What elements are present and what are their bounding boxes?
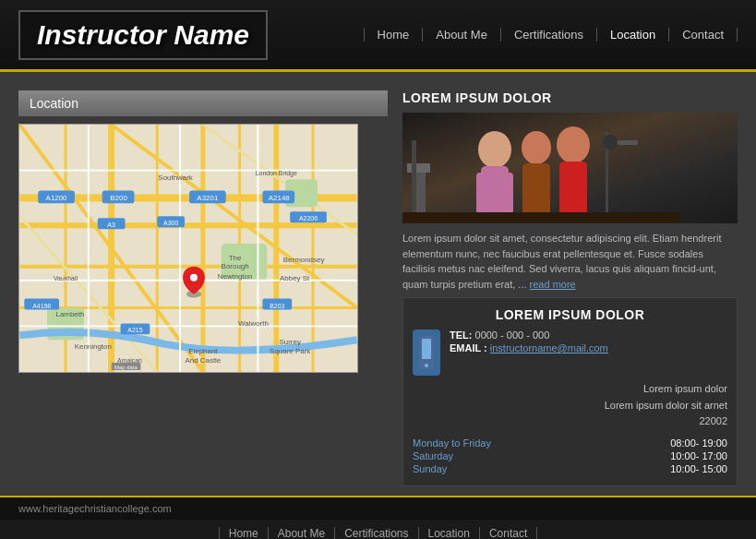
svg-text:A2206: A2206 (299, 215, 318, 222)
svg-text:Vauxhall: Vauxhall (54, 275, 78, 281)
svg-text:A300: A300 (163, 220, 178, 226)
phone-svg (417, 336, 436, 369)
website-url: www.heritagechristiancollege.com (18, 503, 172, 514)
gym-image-svg (402, 113, 738, 223)
nav-home[interactable]: Home (364, 28, 424, 42)
address-line1: Lorem ipsum dolor (413, 381, 727, 398)
tel-number: 0000 - 000 - 000 (475, 329, 550, 341)
hours-day-1: Saturday (413, 450, 453, 461)
right-panel: LOREM IPSUM DOLOR (402, 90, 738, 486)
hours-table: Monday to Friday 08:00- 19:00 Saturday 1… (413, 437, 727, 474)
svg-text:A3201: A3201 (197, 194, 219, 202)
lorem-paragraph: Lorem ipsum dolor sit amet, consectetur … (402, 231, 738, 292)
footer-nav-home[interactable]: Home (219, 527, 269, 539)
svg-text:A3: A3 (107, 222, 115, 228)
nav-location[interactable]: Location (597, 28, 669, 42)
address-line2: Lorem ipsum dolor sit arnet (413, 398, 727, 414)
map-svg: A1200 B200 A3201 A2148 A3 A300 The Borou… (19, 125, 357, 372)
svg-text:A2148: A2148 (269, 194, 291, 202)
left-panel: Location (18, 90, 388, 486)
nav-certifications[interactable]: Certifications (501, 28, 597, 42)
svg-point-38 (190, 274, 198, 281)
footer-nav: Home About Me Certifications Location Co… (0, 520, 756, 539)
nav-about[interactable]: About Me (423, 28, 501, 42)
svg-text:Abbey St: Abbey St (280, 274, 310, 282)
hours-row-2: Sunday 10:00- 15:00 (413, 463, 727, 474)
footer-nav-certifications[interactable]: Certifications (335, 527, 418, 539)
address-zip: 22002 (413, 413, 727, 430)
contact-row: TEL: 0000 - 000 - 000 EMAIL : instructor… (413, 329, 727, 376)
svg-text:London Bridge: London Bridge (256, 170, 297, 177)
tel-line: TEL: 0000 - 000 - 000 (450, 329, 727, 341)
hours-day-0: Monday to Friday (413, 437, 491, 449)
svg-point-79 (603, 135, 618, 150)
location-title: Location (30, 96, 78, 111)
nav-contact[interactable]: Contact (669, 28, 738, 42)
email-link[interactable]: instructorname@mail.com (490, 342, 608, 353)
email-line: EMAIL : instructorname@mail.com (450, 342, 727, 353)
map-container[interactable]: A1200 B200 A3201 A2148 A3 A300 The Borou… (18, 124, 358, 373)
hours-row-0: Monday to Friday 08:00- 19:00 (413, 437, 727, 449)
contact-section: LOREM IPSUM DOLOR TEL: 0000 - 000 - 000 (402, 297, 738, 486)
svg-text:Bermondsey: Bermondsey (283, 256, 325, 264)
svg-text:Surrey: Surrey (279, 338, 300, 346)
hours-row-1: Saturday 10:00- 17:00 (413, 450, 727, 461)
svg-text:The: The (229, 254, 242, 262)
top-section-title: LOREM IPSUM DOLOR (402, 90, 738, 105)
svg-text:Borough: Borough (222, 262, 249, 270)
hours-time-2: 10:00- 15:00 (670, 463, 727, 474)
svg-rect-82 (422, 339, 431, 359)
phone-icon (413, 329, 440, 376)
svg-rect-70 (476, 173, 490, 214)
main-nav: Home About Me Certifications Location Co… (364, 28, 738, 42)
svg-text:A1200: A1200 (46, 194, 68, 202)
svg-text:Amaican: Amaican (117, 357, 142, 364)
svg-text:A215: A215 (127, 327, 142, 333)
logo-box: Instructor Name (18, 10, 268, 60)
address-block: Lorem ipsum dolor Lorem ipsum dolor sit … (413, 381, 727, 430)
read-more-link[interactable]: read more (530, 279, 576, 290)
svg-point-68 (478, 131, 511, 168)
footer-nav-location[interactable]: Location (419, 527, 480, 539)
footer-nav-about[interactable]: About Me (269, 527, 335, 539)
svg-text:Lambeth: Lambeth (56, 310, 85, 318)
svg-text:Square Park: Square Park (270, 347, 310, 355)
hours-time-1: 10:00- 17:00 (670, 450, 727, 461)
svg-rect-67 (407, 163, 430, 173)
footer-nav-contact[interactable]: Contact (480, 527, 537, 539)
svg-text:Southwark: Southwark (158, 174, 193, 182)
email-label: EMAIL : (450, 342, 487, 353)
svg-text:Kennington: Kennington (75, 342, 112, 351)
header: Instructor Name Home About Me Certificat… (0, 0, 756, 72)
svg-point-83 (425, 364, 428, 367)
svg-text:Elephant: Elephant (188, 347, 218, 355)
svg-rect-78 (615, 140, 638, 145)
gym-image (402, 113, 738, 223)
svg-text:Newington: Newington (218, 272, 253, 281)
contact-info: TEL: 0000 - 000 - 000 EMAIL : instructor… (450, 329, 727, 353)
svg-rect-73 (522, 163, 550, 219)
content-area: Location (0, 72, 756, 496)
footer-website: www.heritagechristiancollege.com (0, 496, 756, 520)
svg-text:B200: B200 (110, 194, 127, 202)
contact-title: LOREM IPSUM DOLOR (413, 307, 727, 322)
hours-time-0: 08:00- 19:00 (670, 437, 727, 449)
location-section-header: Location (18, 90, 388, 116)
svg-rect-76 (412, 140, 416, 223)
svg-text:Walworth: Walworth (238, 319, 269, 328)
svg-text:And Castle: And Castle (185, 356, 221, 365)
svg-text:Map data: Map data (114, 365, 138, 370)
tel-label: TEL: (450, 329, 472, 341)
svg-point-72 (522, 131, 551, 164)
svg-point-74 (557, 126, 590, 163)
svg-rect-71 (499, 173, 513, 214)
svg-text:A4198: A4198 (32, 303, 51, 309)
logo-text: Instructor Name (37, 19, 249, 50)
svg-rect-80 (402, 212, 679, 223)
hours-day-2: Sunday (413, 463, 447, 474)
svg-text:B203: B203 (270, 303, 284, 309)
